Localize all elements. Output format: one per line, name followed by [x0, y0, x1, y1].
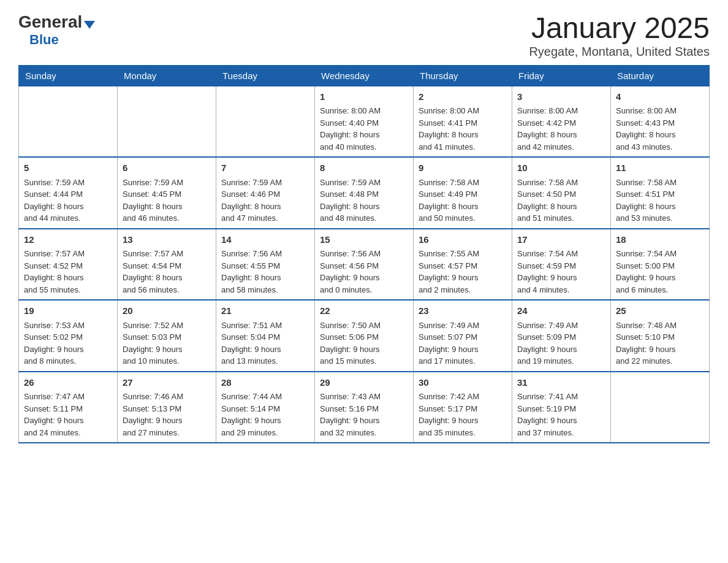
day-number: 21 [221, 304, 309, 318]
day-info-line: Sunset: 5:19 PM [517, 403, 605, 415]
day-number: 13 [123, 233, 211, 247]
day-info-line: Sunrise: 8:00 AM [616, 105, 704, 117]
day-info-line: Sunset: 4:40 PM [320, 117, 408, 129]
day-info-line: Sunrise: 7:42 AM [419, 391, 507, 403]
day-info-line: Sunrise: 7:59 AM [24, 177, 112, 189]
day-info-line: and 58 minutes. [221, 284, 309, 296]
day-number: 5 [24, 161, 112, 175]
day-number: 4 [616, 90, 704, 104]
day-info-line: and 35 minutes. [419, 427, 507, 439]
day-info-line: and 51 minutes. [517, 212, 605, 224]
day-info-line: and 56 minutes. [123, 284, 211, 296]
day-info-line: Sunrise: 7:49 AM [517, 320, 605, 332]
day-info-line: Sunset: 4:59 PM [517, 260, 605, 272]
day-number: 7 [221, 161, 309, 175]
day-info-line: and 6 minutes. [616, 284, 704, 296]
day-info-line: Sunrise: 7:41 AM [517, 391, 605, 403]
day-info-line: Sunrise: 7:48 AM [616, 320, 704, 332]
day-info-line: Daylight: 9 hours [419, 272, 507, 284]
calendar-cell [19, 86, 118, 157]
weekday-header-monday: Monday [118, 65, 216, 86]
day-info-line: and 48 minutes. [320, 212, 408, 224]
weekday-header-thursday: Thursday [414, 65, 512, 86]
day-number: 24 [517, 304, 605, 318]
day-info-line: Sunrise: 7:44 AM [221, 391, 309, 403]
calendar-week-3: 12Sunrise: 7:57 AMSunset: 4:52 PMDayligh… [19, 229, 710, 301]
day-info-line: Sunset: 5:06 PM [320, 331, 408, 343]
calendar-cell: 12Sunrise: 7:57 AMSunset: 4:52 PMDayligh… [19, 229, 118, 301]
calendar-cell: 20Sunrise: 7:52 AMSunset: 5:03 PMDayligh… [118, 300, 216, 372]
day-info-line: and 0 minutes. [320, 284, 408, 296]
day-info-line: and 50 minutes. [419, 212, 507, 224]
day-number: 18 [616, 233, 704, 247]
day-info-line: Sunrise: 7:53 AM [24, 320, 112, 332]
day-info-line: Daylight: 9 hours [24, 415, 112, 427]
day-info-line: Sunrise: 7:49 AM [419, 320, 507, 332]
day-number: 19 [24, 304, 112, 318]
day-info-line: Daylight: 8 hours [419, 129, 507, 141]
day-info-line: Sunset: 4:41 PM [419, 117, 507, 129]
calendar-cell: 13Sunrise: 7:57 AMSunset: 4:54 PMDayligh… [118, 229, 216, 301]
day-info-line: and 4 minutes. [517, 284, 605, 296]
day-info-line: and 42 minutes. [517, 141, 605, 153]
day-number: 10 [517, 161, 605, 175]
calendar-cell: 15Sunrise: 7:56 AMSunset: 4:56 PMDayligh… [315, 229, 414, 301]
day-info-line: Sunset: 4:49 PM [419, 188, 507, 201]
day-info-line: and 41 minutes. [419, 141, 507, 153]
day-info-line: Sunrise: 7:51 AM [221, 320, 309, 332]
day-info-line: Daylight: 9 hours [123, 415, 211, 427]
day-info-line: Sunrise: 7:58 AM [517, 177, 605, 189]
day-info-line: Daylight: 8 hours [221, 201, 309, 213]
calendar-cell: 27Sunrise: 7:46 AMSunset: 5:13 PMDayligh… [118, 372, 216, 443]
calendar-cell: 9Sunrise: 7:58 AMSunset: 4:49 PMDaylight… [414, 157, 512, 229]
calendar-cell [216, 86, 315, 157]
day-info-line: and 53 minutes. [616, 212, 704, 224]
day-info-line: Sunset: 4:45 PM [123, 188, 211, 201]
day-info-line: Daylight: 9 hours [616, 272, 704, 284]
day-info-line: Daylight: 9 hours [517, 415, 605, 427]
day-info-line: and 46 minutes. [123, 212, 211, 224]
day-info-line: and 15 minutes. [320, 355, 408, 367]
calendar-cell [118, 86, 216, 157]
day-info-line: Sunrise: 7:52 AM [123, 320, 211, 332]
day-number: 14 [221, 233, 309, 247]
day-info-line: Sunrise: 8:00 AM [517, 105, 605, 117]
day-number: 26 [24, 376, 112, 390]
day-info-line: Daylight: 8 hours [221, 272, 309, 284]
day-info-line: Daylight: 8 hours [517, 129, 605, 141]
day-info-line: Sunset: 4:44 PM [24, 188, 112, 201]
day-info-line: Sunset: 5:00 PM [616, 260, 704, 272]
day-number: 30 [419, 376, 507, 390]
day-info-line: Daylight: 9 hours [320, 415, 408, 427]
calendar-cell: 24Sunrise: 7:49 AMSunset: 5:09 PMDayligh… [512, 300, 611, 372]
calendar-cell: 2Sunrise: 8:00 AMSunset: 4:41 PMDaylight… [414, 86, 512, 157]
calendar-cell: 1Sunrise: 8:00 AMSunset: 4:40 PMDaylight… [315, 86, 414, 157]
day-info-line: and 37 minutes. [517, 427, 605, 439]
day-info-line: Sunrise: 7:57 AM [24, 248, 112, 260]
calendar-cell: 10Sunrise: 7:58 AMSunset: 4:50 PMDayligh… [512, 157, 611, 229]
calendar-cell: 7Sunrise: 7:59 AMSunset: 4:46 PMDaylight… [216, 157, 315, 229]
page-header: General Blue January 2025 Ryegate, Monta… [18, 12, 710, 59]
day-info-line: Sunset: 5:16 PM [320, 403, 408, 415]
day-info-line: Sunset: 4:54 PM [123, 260, 211, 272]
title-block: January 2025 Ryegate, Montana, United St… [529, 12, 710, 59]
weekday-header-sunday: Sunday [19, 65, 118, 86]
day-number: 17 [517, 233, 605, 247]
logo-blue-text: Blue [29, 32, 59, 48]
day-info-line: and 13 minutes. [221, 355, 309, 367]
day-info-line: Daylight: 9 hours [517, 272, 605, 284]
day-info-line: Sunrise: 7:54 AM [517, 248, 605, 260]
day-info-line: Sunset: 4:55 PM [221, 260, 309, 272]
day-info-line: Sunrise: 7:54 AM [616, 248, 704, 260]
day-info-line: Sunset: 5:13 PM [123, 403, 211, 415]
calendar-cell: 25Sunrise: 7:48 AMSunset: 5:10 PMDayligh… [611, 300, 710, 372]
logo-general-text: General [18, 12, 82, 32]
day-info-line: Sunset: 4:56 PM [320, 260, 408, 272]
day-number: 28 [221, 376, 309, 390]
calendar-cell: 3Sunrise: 8:00 AMSunset: 4:42 PMDaylight… [512, 86, 611, 157]
calendar-week-2: 5Sunrise: 7:59 AMSunset: 4:44 PMDaylight… [19, 157, 710, 229]
day-info-line: Sunrise: 7:55 AM [419, 248, 507, 260]
calendar-cell: 19Sunrise: 7:53 AMSunset: 5:02 PMDayligh… [19, 300, 118, 372]
day-info-line: Daylight: 8 hours [419, 201, 507, 213]
day-info-line: Sunrise: 7:47 AM [24, 391, 112, 403]
